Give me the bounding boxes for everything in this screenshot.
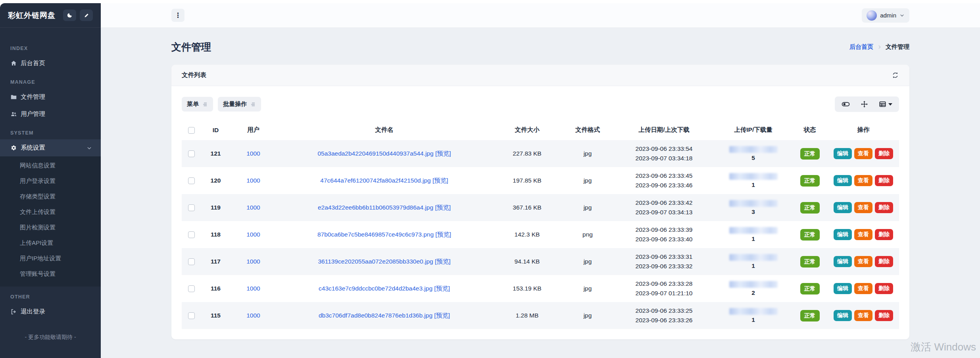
sidebar-item-settings[interactable]: 系统设置 [0,139,101,156]
download-count: 1 [718,316,789,323]
user-menu[interactable]: admin [862,8,909,23]
table-tools-group [835,96,899,112]
row-checkbox[interactable] [188,312,195,319]
logout-icon [10,308,17,315]
file-name-link[interactable]: 87b0ca6be7c5be8469857ce49c6c973.png [317,231,434,238]
cell-format: jpg [562,248,613,275]
file-user-link[interactable]: 1000 [246,258,260,265]
delete-button[interactable]: 删除 [875,256,893,267]
file-name-link[interactable]: c43c163e7c9ddccbc0be72d4d2ba4e3.jpg [319,285,432,292]
file-user-link[interactable]: 1000 [246,285,260,292]
view-button[interactable]: 查看 [854,229,872,240]
upload-date: 2023-09-06 23:33:39 [617,225,711,235]
home-icon [10,60,17,67]
file-user-link[interactable]: 1000 [246,204,260,211]
delete-button[interactable]: 删除 [875,175,893,186]
moon-icon [67,12,73,18]
last-download-date: 2023-09-06 23:33:26 [617,316,711,325]
row-checkbox[interactable] [188,258,195,265]
col-actions: 操作 [828,120,899,140]
table-row: 115 1000 db3c706df7ad8e0b824e7876eb1d36b… [182,302,899,329]
edit-button[interactable]: 编辑 [834,283,852,294]
cell-size: 153.19 KB [492,275,562,302]
submenu-item-file-upload[interactable]: 文件上传设置 [0,204,101,220]
row-checkbox[interactable] [188,204,195,211]
file-preview-link[interactable]: [预览] [435,150,451,157]
more-menu-button[interactable]: ⋮ [171,9,184,22]
file-user-link[interactable]: 1000 [246,231,260,238]
sidebar-item-users[interactable]: 用户管理 [0,106,101,123]
file-list-card: 文件列表 [171,65,909,339]
view-button[interactable]: 查看 [854,202,872,213]
row-checkbox[interactable] [188,177,195,184]
reorder-button[interactable] [861,100,868,108]
delete-button[interactable]: 删除 [875,148,893,159]
last-download-date: 2023-09-07 01:21:10 [617,289,711,298]
edit-button[interactable]: 编辑 [834,175,852,186]
file-preview-link[interactable]: [预览] [435,258,451,265]
dark-mode-button[interactable] [63,10,76,21]
last-download-date: 2023-09-06 23:33:46 [617,181,711,190]
last-download-date: 2023-09-06 23:33:40 [617,235,711,244]
submenu-item-upload-api[interactable]: 上传API设置 [0,235,101,251]
edit-button[interactable]: 编辑 [834,310,852,321]
submenu-item-image-check[interactable]: 图片检测设置 [0,220,101,235]
file-name-link[interactable]: 05a3aeda2b4220469150d440937a544.jpg [317,150,433,157]
list-lines-icon [202,102,208,107]
brush-icon [84,13,89,18]
download-count: 1 [718,262,789,269]
file-user-link[interactable]: 1000 [246,177,260,184]
theme-edit-button[interactable] [80,10,93,21]
file-preview-link[interactable]: [预览] [434,285,450,292]
toggle-view-button[interactable] [842,100,850,108]
refresh-button[interactable] [892,71,899,79]
delete-button[interactable]: 删除 [875,283,893,294]
sidebar-item-dashboard[interactable]: 后台首页 [0,55,101,72]
move-icon [861,100,868,108]
file-preview-link[interactable]: [预览] [434,312,450,319]
sidebar-nav: INDEX 后台首页 MANAGE 文件管理 用户管理 SYSTE [0,28,101,341]
menu-button[interactable]: 菜单 [182,97,213,112]
row-checkbox[interactable] [188,150,195,157]
file-preview-link[interactable]: [预览] [432,177,448,184]
file-name-link[interactable]: db3c706df7ad8e0b824e7876eb1d36b.jpg [319,312,432,319]
cell-format: jpg [562,194,613,221]
row-checkbox[interactable] [188,285,195,292]
file-user-link[interactable]: 1000 [246,150,260,157]
view-button[interactable]: 查看 [854,310,872,321]
upload-date: 2023-09-06 23:33:42 [617,198,711,208]
submenu-item-site-info[interactable]: 网站信息设置 [0,158,101,173]
breadcrumb-home-link[interactable]: 后台首页 [849,43,873,51]
view-button[interactable]: 查看 [854,148,872,159]
view-button[interactable]: 查看 [854,256,872,267]
file-preview-link[interactable]: [预览] [435,231,451,238]
delete-button[interactable]: 删除 [875,202,893,213]
edit-button[interactable]: 编辑 [834,229,852,240]
select-all-checkbox[interactable] [188,127,195,134]
sidebar-item-files[interactable]: 文件管理 [0,89,101,106]
card-title: 文件列表 [182,71,206,79]
edit-button[interactable]: 编辑 [834,148,852,159]
edit-button[interactable]: 编辑 [834,202,852,213]
card-body: 菜单 批量操作 [171,86,909,339]
columns-button[interactable] [879,100,892,108]
submenu-item-user-login[interactable]: 用户登录设置 [0,173,101,189]
delete-button[interactable]: 删除 [875,310,893,321]
file-name-link[interactable]: 361139ce202055aa072e2085bb330e0.jpg [318,258,433,265]
submenu-item-user-ip[interactable]: 用户IP地址设置 [0,251,101,266]
submenu-item-admin-account[interactable]: 管理账号设置 [0,266,101,282]
file-name-link[interactable]: 47c644a7ef61200742fa80a2f42150d.jpg [320,177,430,184]
row-checkbox[interactable] [188,231,195,238]
file-user-link[interactable]: 1000 [246,312,260,319]
submenu-item-storage-type[interactable]: 存储类型设置 [0,189,101,204]
batch-actions-button[interactable]: 批量操作 [218,97,261,112]
file-name-link[interactable]: e2a43d22ee6bb6b11b06053979d86a4.jpg [318,204,433,211]
delete-button[interactable]: 删除 [875,229,893,240]
view-button[interactable]: 查看 [854,283,872,294]
brand-title: 彩虹外链网盘 [8,10,60,21]
status-badge: 正常 [800,148,820,160]
edit-button[interactable]: 编辑 [834,256,852,267]
sidebar-item-logout[interactable]: 退出登录 [0,303,101,320]
view-button[interactable]: 查看 [854,175,872,186]
file-preview-link[interactable]: [预览] [435,204,451,211]
